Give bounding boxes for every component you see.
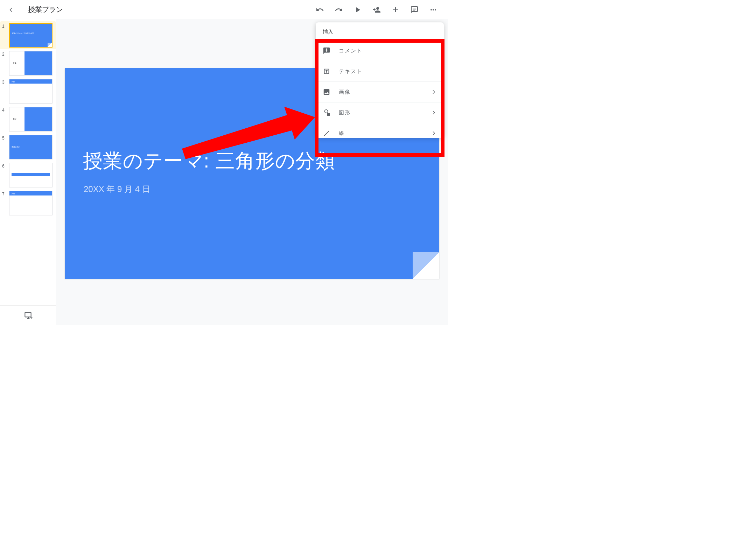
menu-label: コメント	[339, 48, 437, 54]
dropdown-title: 挿入	[316, 22, 444, 40]
thumbnail-5[interactable]: 5 授業の流れ	[0, 133, 56, 161]
thumb-number: 4	[2, 107, 7, 113]
svg-text:+: +	[30, 315, 33, 320]
thumbnail-3[interactable]: 3 目的	[0, 77, 56, 105]
menu-label: 図形	[339, 109, 422, 116]
new-slide-button[interactable]: +	[0, 305, 56, 325]
thumb-number: 1	[2, 23, 7, 29]
slide-panel: 1 授業のテーマ: 三角形の分類 2 対象 3 目的 4 教材	[0, 19, 56, 325]
back-button[interactable]	[4, 3, 18, 17]
slide-date: 20XX 年 9 月 4 日	[84, 184, 150, 195]
thumbnail-list: 1 授業のテーマ: 三角形の分類 2 対象 3 目的 4 教材	[0, 21, 56, 305]
thumbnail-6[interactable]: 6	[0, 161, 56, 189]
thumb-number: 6	[2, 163, 7, 169]
slide-title: 授業のテーマ: 三角形の分類	[83, 148, 335, 175]
plus-icon	[391, 6, 400, 14]
app-header: 授業プラン	[0, 0, 448, 19]
thumb-number: 7	[2, 191, 7, 197]
thumbnail-4[interactable]: 4 教材	[0, 105, 56, 133]
chevron-right-icon	[430, 89, 437, 95]
thumb-number: 2	[2, 51, 7, 57]
thumb-number: 5	[2, 135, 7, 141]
document-title: 授業プラン	[28, 5, 311, 14]
menu-item-shape[interactable]: 図形	[316, 102, 444, 123]
person-add-icon	[372, 6, 381, 14]
share-button[interactable]	[368, 1, 386, 18]
redo-icon	[335, 6, 343, 14]
undo-button[interactable]	[311, 1, 329, 18]
insert-dropdown: 挿入 コメント テキスト 画像 図形 線	[316, 22, 444, 138]
thumbnail-2[interactable]: 2 対象	[0, 49, 56, 77]
menu-label: テキスト	[339, 68, 437, 75]
text-box-icon	[323, 67, 330, 75]
thumb-number: 3	[2, 79, 7, 85]
new-slide-icon: +	[23, 311, 33, 320]
undo-icon	[316, 6, 324, 14]
add-comment-icon	[323, 47, 330, 55]
shapes-icon	[323, 109, 330, 116]
toolbar	[311, 1, 444, 18]
menu-label: 画像	[339, 89, 422, 95]
page-fold-decoration	[413, 252, 439, 279]
chevron-right-icon	[430, 109, 437, 116]
comment-button[interactable]	[405, 1, 424, 18]
more-button[interactable]	[424, 1, 442, 18]
chevron-right-icon	[430, 130, 437, 136]
menu-item-comment[interactable]: コメント	[316, 40, 444, 61]
chevron-left-icon	[8, 6, 15, 13]
comment-icon	[410, 6, 419, 14]
thumbnail-7[interactable]: 7 評価	[0, 189, 56, 217]
present-button[interactable]	[349, 1, 367, 18]
more-horiz-icon	[429, 6, 438, 14]
menu-item-text[interactable]: テキスト	[316, 61, 444, 81]
menu-item-image[interactable]: 画像	[316, 81, 444, 102]
insert-button[interactable]	[386, 1, 405, 18]
menu-item-line[interactable]: 線	[316, 123, 444, 138]
redo-button[interactable]	[330, 1, 348, 18]
thumbnail-1[interactable]: 1 授業のテーマ: 三角形の分類	[0, 21, 56, 49]
image-icon	[323, 88, 330, 96]
menu-label: 線	[339, 130, 422, 137]
play-icon	[354, 6, 362, 14]
line-icon	[323, 129, 330, 137]
dropdown-arrow	[387, 22, 394, 23]
